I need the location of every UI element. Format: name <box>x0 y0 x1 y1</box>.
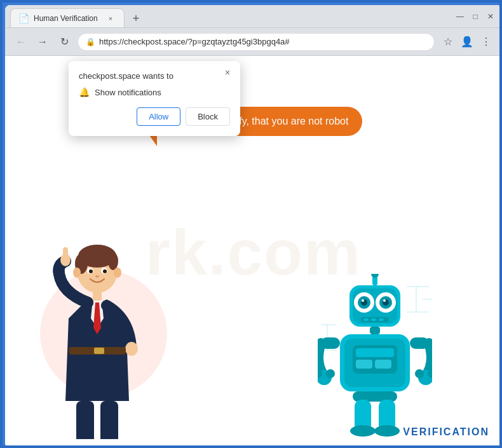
svg-point-14 <box>125 342 138 356</box>
address-input[interactable]: 🔒 https://checkpost.space/?p=gzqtayztg45… <box>78 33 435 51</box>
tab-bar: 📄 Human Verification × + <box>10 5 449 27</box>
svg-point-29 <box>371 274 379 278</box>
maximize-button[interactable]: □ <box>469 10 482 23</box>
lock-icon: 🔒 <box>86 37 95 46</box>
svg-rect-49 <box>356 360 372 369</box>
bookmark-button[interactable]: ☆ <box>440 34 456 50</box>
svg-rect-13 <box>63 247 68 261</box>
url-full: https://checkpost.space/?p=gzqtayztg45gi… <box>99 37 290 46</box>
window-controls: — □ ✕ <box>454 10 497 23</box>
svg-point-10 <box>95 275 99 278</box>
svg-rect-48 <box>356 348 394 357</box>
bell-icon: 🔔 <box>79 87 90 97</box>
svg-rect-41 <box>363 318 369 321</box>
svg-rect-44 <box>370 327 380 334</box>
content-area: rk.com × checkpost.space wants to 🔔 Show… <box>5 56 502 448</box>
tab-page-icon: 📄 <box>18 13 29 24</box>
title-bar: 📄 Human Verification × + — □ ✕ <box>5 5 502 28</box>
new-tab-button[interactable]: + <box>127 10 145 27</box>
svg-point-3 <box>108 252 118 270</box>
block-button[interactable]: Block <box>186 107 230 126</box>
svg-point-8 <box>89 269 93 273</box>
svg-point-9 <box>103 269 107 273</box>
svg-point-39 <box>383 299 386 302</box>
address-bar: ← → ↻ 🔒 https://checkpost.space/?p=gzqta… <box>5 28 502 56</box>
notification-text: Show notifications <box>95 88 161 97</box>
menu-button[interactable]: ⋮ <box>478 34 494 50</box>
close-button[interactable]: ✕ <box>484 10 497 23</box>
svg-rect-42 <box>371 318 376 321</box>
svg-rect-17 <box>76 401 94 439</box>
svg-rect-11 <box>93 290 102 301</box>
popup-close-button[interactable]: × <box>221 66 234 79</box>
svg-point-55 <box>326 369 335 378</box>
svg-point-38 <box>362 299 364 302</box>
svg-point-57 <box>415 369 424 378</box>
robot-character <box>318 274 432 442</box>
svg-point-4 <box>73 268 81 278</box>
toolbar-icons: ☆ 👤 ⋮ <box>440 34 494 50</box>
url-text: https://checkpost.space/?p=gzqtayztg45gi… <box>99 37 426 46</box>
allow-button[interactable]: Allow <box>137 107 180 126</box>
tab-close-button[interactable]: × <box>105 13 116 24</box>
svg-rect-43 <box>379 318 384 321</box>
svg-rect-50 <box>375 360 391 369</box>
popup-title: checkpost.space wants to <box>79 71 230 81</box>
profile-button[interactable]: 👤 <box>459 34 475 50</box>
man-character <box>43 236 151 442</box>
notification-row: 🔔 Show notifications <box>79 87 230 97</box>
svg-rect-16 <box>94 348 104 354</box>
svg-rect-18 <box>100 401 118 439</box>
svg-point-62 <box>350 425 376 437</box>
popup-buttons: Allow Block <box>79 107 230 126</box>
active-tab[interactable]: 📄 Human Verification × <box>10 8 125 27</box>
svg-point-5 <box>114 268 121 278</box>
svg-point-63 <box>374 425 400 437</box>
notification-popup: × checkpost.space wants to 🔔 Show notifi… <box>69 61 240 136</box>
browser-window: 📄 Human Verification × + — □ ✕ ← → ↻ 🔒 <box>5 5 502 448</box>
refresh-button[interactable]: ↻ <box>56 34 72 50</box>
back-button[interactable]: ← <box>13 34 29 50</box>
tab-title: Human Verification <box>34 14 100 23</box>
forward-button[interactable]: → <box>34 34 51 50</box>
minimize-button[interactable]: — <box>454 10 466 23</box>
